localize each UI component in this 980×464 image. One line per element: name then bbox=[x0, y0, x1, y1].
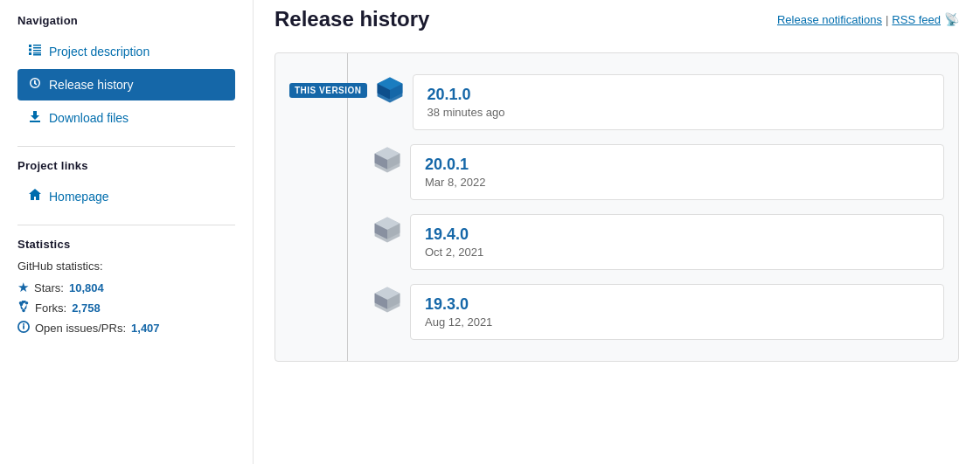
nav-divider bbox=[17, 146, 235, 147]
package-icon-19-4-0 bbox=[372, 214, 403, 246]
release-item-19-4-0: 19.4.0 Oct 2, 2021 bbox=[275, 207, 958, 277]
project-links-divider bbox=[17, 225, 235, 225]
sidebar-item-project-description[interactable]: Project description bbox=[17, 36, 235, 67]
sidebar-item-release-history[interactable]: Release history bbox=[17, 69, 235, 100]
rss-icon: 📡 bbox=[944, 12, 959, 26]
release-badge-area-19-4-0 bbox=[289, 214, 403, 246]
sidebar-item-release-history-label: Release history bbox=[49, 78, 134, 92]
rss-feed-link[interactable]: RSS feed bbox=[892, 13, 941, 26]
history-icon bbox=[28, 76, 42, 93]
page-header: Release history Release notifications | … bbox=[275, 7, 959, 38]
svg-point-9 bbox=[19, 301, 23, 305]
page-title: Release history bbox=[275, 7, 429, 31]
stat-forks: Forks: 2,758 bbox=[17, 301, 235, 315]
release-date-19-3-0: Aug 12, 2021 bbox=[425, 315, 929, 329]
release-item-20-0-1: 20.0.1 Mar 8, 2022 bbox=[275, 137, 958, 207]
list-icon bbox=[28, 43, 42, 60]
release-list: THIS VERSION 20.1.0 38 minutes ago bbox=[275, 52, 959, 362]
svg-rect-0 bbox=[29, 45, 31, 47]
release-card-20-0-1: 20.0.1 Mar 8, 2022 bbox=[410, 144, 944, 200]
package-icon-19-3-0 bbox=[372, 284, 403, 315]
svg-rect-7 bbox=[33, 54, 41, 56]
svg-rect-4 bbox=[33, 50, 41, 52]
forks-value: 2,758 bbox=[72, 301, 101, 315]
release-badge-area-20-0-1 bbox=[289, 144, 403, 176]
release-badge-area-19-3-0 bbox=[289, 284, 403, 315]
release-date-20-0-1: Mar 8, 2022 bbox=[425, 176, 929, 189]
download-icon bbox=[28, 109, 42, 127]
fork-icon bbox=[17, 301, 30, 315]
navigation-title: Navigation bbox=[17, 14, 235, 27]
stat-stars: ★ Stars: 10,804 bbox=[17, 280, 235, 295]
release-notifications-link[interactable]: Release notifications bbox=[777, 13, 882, 26]
svg-rect-14 bbox=[23, 323, 24, 325]
release-version-20-1-0[interactable]: 20.1.0 bbox=[427, 86, 471, 103]
sidebar-item-homepage[interactable]: Homepage bbox=[17, 181, 235, 212]
project-links-title: Project links bbox=[17, 159, 235, 172]
issue-icon bbox=[17, 321, 30, 336]
svg-rect-6 bbox=[33, 52, 41, 54]
release-card-20-1-0: 20.1.0 38 minutes ago bbox=[413, 74, 944, 130]
release-version-19-3-0[interactable]: 19.3.0 bbox=[425, 295, 469, 313]
release-version-19-4-0[interactable]: 19.4.0 bbox=[425, 225, 469, 243]
svg-rect-5 bbox=[29, 52, 31, 55]
release-version-20-0-1[interactable]: 20.0.1 bbox=[425, 156, 469, 173]
release-badge-area-current: THIS VERSION bbox=[289, 74, 406, 106]
release-card-19-3-0: 19.3.0 Aug 12, 2021 bbox=[410, 284, 944, 340]
package-icon-current bbox=[374, 74, 406, 106]
stars-value: 10,804 bbox=[69, 281, 104, 294]
sidebar: Navigation Project description Release h… bbox=[0, 0, 254, 464]
sidebar-item-download-files-label: Download files bbox=[49, 111, 129, 125]
issues-value: 1,407 bbox=[131, 322, 160, 335]
sidebar-item-homepage-label: Homepage bbox=[49, 190, 109, 204]
release-item-20-1-0: THIS VERSION 20.1.0 38 minutes ago bbox=[275, 67, 958, 137]
release-date-19-4-0: Oct 2, 2021 bbox=[425, 246, 929, 259]
svg-rect-8 bbox=[30, 121, 40, 122]
forks-label: Forks: bbox=[35, 301, 66, 315]
issues-label: Open issues/PRs: bbox=[35, 322, 126, 335]
svg-rect-3 bbox=[29, 49, 31, 52]
github-stats-label: GitHub statistics: bbox=[17, 260, 235, 273]
svg-rect-13 bbox=[23, 325, 24, 329]
header-separator: | bbox=[886, 13, 888, 26]
main-content: Release history Release notifications | … bbox=[254, 0, 980, 464]
svg-rect-2 bbox=[33, 47, 41, 49]
release-card-19-4-0: 19.4.0 Oct 2, 2021 bbox=[410, 214, 944, 270]
stars-label: Stars: bbox=[34, 281, 64, 294]
star-icon: ★ bbox=[17, 280, 29, 295]
svg-point-10 bbox=[25, 301, 29, 305]
sidebar-item-project-description-label: Project description bbox=[49, 45, 149, 59]
svg-rect-1 bbox=[33, 45, 41, 46]
navigation-menu: Project description Release history Down… bbox=[17, 36, 235, 134]
release-item-19-3-0: 19.3.0 Aug 12, 2021 bbox=[275, 277, 958, 347]
statistics-title: Statistics bbox=[17, 238, 235, 251]
home-icon bbox=[28, 188, 42, 205]
header-links: Release notifications | RSS feed 📡 bbox=[777, 12, 959, 26]
package-icon-20-0-1 bbox=[372, 144, 403, 176]
sidebar-item-download-files[interactable]: Download files bbox=[17, 102, 235, 134]
this-version-badge: THIS VERSION bbox=[289, 83, 367, 98]
stat-issues: Open issues/PRs: 1,407 bbox=[17, 321, 235, 336]
release-date-20-1-0: 38 minutes ago bbox=[427, 106, 929, 119]
